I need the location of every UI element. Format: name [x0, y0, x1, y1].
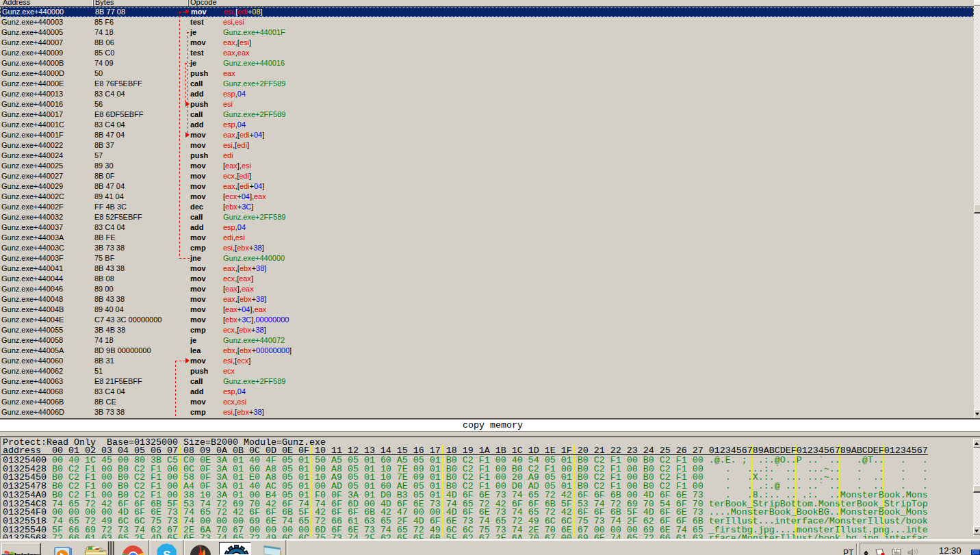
svg-text:S: S	[163, 549, 170, 555]
